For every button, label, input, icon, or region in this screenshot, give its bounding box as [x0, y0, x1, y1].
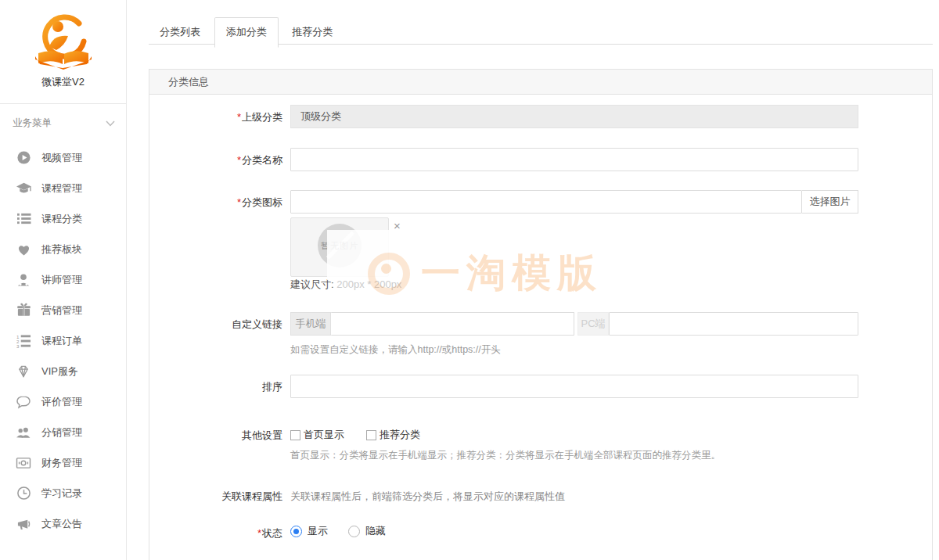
tab-add-category[interactable]: 添加分类: [214, 17, 279, 48]
chevron-down-icon: [106, 120, 115, 127]
mobile-link-input[interactable]: [331, 312, 574, 336]
other-settings-options: 首页显示 推荐分类: [290, 428, 442, 442]
category-icon-label: *分类图标: [149, 196, 282, 210]
money-icon: [15, 455, 32, 471]
other-settings-label: 其他设置: [149, 429, 282, 443]
menu-section-header[interactable]: 业务菜单: [0, 104, 126, 139]
svg-text:3: 3: [16, 343, 20, 348]
menu-section-label: 业务菜单: [13, 117, 52, 130]
sidebar-item-course[interactable]: 课程管理: [0, 173, 126, 203]
sidebar-item-learning-records[interactable]: 学习记录: [0, 478, 126, 508]
pc-addon: PC端: [577, 312, 609, 336]
graduation-cap-icon: [15, 181, 32, 196]
mobile-addon: 手机端: [290, 312, 331, 336]
pc-link-input[interactable]: [609, 312, 858, 336]
homepage-display-checkbox[interactable]: [290, 430, 300, 440]
users-icon: [15, 425, 32, 440]
status-show-label[interactable]: 显示: [308, 524, 328, 538]
clock-icon: [15, 486, 32, 501]
related-attrs-label: 关联课程属性: [149, 490, 282, 504]
sort-input[interactable]: [290, 375, 858, 398]
sidebar-item-video[interactable]: 视频管理: [0, 142, 126, 173]
sidebar-item-marketing[interactable]: 营销管理: [0, 295, 126, 325]
ordered-list-icon: 123: [15, 333, 32, 349]
category-name-label: *分类名称: [149, 153, 282, 167]
sidebar-item-vip[interactable]: VIP服务: [0, 356, 126, 386]
other-settings-help: 首页显示：分类将显示在手机端显示；推荐分类：分类将显示在手机端全部课程页面的推荐…: [290, 449, 721, 462]
status-options: 显示 隐藏: [290, 524, 406, 538]
sidebar-item-reviews[interactable]: 评价管理: [0, 386, 126, 417]
play-circle-icon: [15, 150, 32, 166]
tab-category-list[interactable]: 分类列表: [149, 18, 211, 47]
category-name-input[interactable]: [290, 148, 858, 171]
panel-title: 分类信息: [149, 70, 932, 95]
category-info-panel: 分类信息 *上级分类 顶级分类 *分类名称 *分类图标 选择图片 暂无图片 × …: [149, 69, 933, 560]
category-icon-input[interactable]: [290, 190, 802, 214]
status-label: *状态: [149, 526, 282, 540]
parent-category-label: *上级分类: [149, 110, 282, 124]
sidebar-item-announcements[interactable]: 文章公告: [0, 508, 126, 539]
diamond-icon: [15, 364, 32, 379]
watermark-overlay: [327, 230, 396, 280]
sort-label: 排序: [149, 380, 282, 394]
status-hide-radio[interactable]: [348, 526, 360, 537]
sidebar-menu: 视频管理 课程管理 课程分类 推荐板块 讲师管理 营销管理: [0, 139, 126, 539]
sidebar-item-distribution[interactable]: 分销管理: [0, 417, 126, 447]
recommended-category-checkbox[interactable]: [366, 430, 376, 440]
sidebar-item-course-orders[interactable]: 123 课程订单: [0, 325, 126, 356]
sidebar: 微课堂V2 业务菜单 视频管理 课程管理 课程分类 推荐板块: [0, 0, 127, 560]
sidebar-item-recommend-block[interactable]: 推荐板块: [0, 234, 126, 264]
recommended-category-label[interactable]: 推荐分类: [380, 428, 420, 442]
announcement-icon: [15, 516, 32, 532]
status-hide-label[interactable]: 隐藏: [365, 524, 386, 538]
custom-link-label: 自定义链接: [149, 318, 282, 332]
custom-link-help: 如需设置自定义链接，请输入http://或https://开头: [290, 343, 501, 357]
app-title: 微课堂V2: [0, 75, 126, 89]
sidebar-item-course-category[interactable]: 课程分类: [0, 203, 126, 234]
lecturer-icon: [15, 272, 32, 288]
sidebar-item-finance[interactable]: 财务管理: [0, 447, 126, 478]
related-attrs-help: 关联课程属性后，前端筛选分类后，将显示对应的课程属性值: [290, 490, 565, 504]
comment-icon: [15, 394, 32, 410]
list-icon: [15, 211, 32, 227]
tab-recommended-category[interactable]: 推荐分类: [281, 18, 344, 47]
app-logo-icon: [32, 14, 95, 70]
main-content: 分类列表 添加分类 推荐分类 分类信息 *上级分类 顶级分类 *分类名称 *分类…: [127, 0, 939, 560]
gift-icon: [15, 303, 32, 318]
heart-icon: [15, 242, 32, 257]
logo-block: 微课堂V2: [0, 0, 126, 104]
sidebar-item-lecturer[interactable]: 讲师管理: [0, 264, 126, 295]
tab-bar: 分类列表 添加分类 推荐分类: [149, 17, 933, 45]
homepage-display-label[interactable]: 首页显示: [304, 428, 344, 442]
parent-category-field: 顶级分类: [290, 105, 858, 128]
status-show-radio[interactable]: [290, 526, 302, 537]
select-image-button[interactable]: 选择图片: [802, 190, 858, 214]
